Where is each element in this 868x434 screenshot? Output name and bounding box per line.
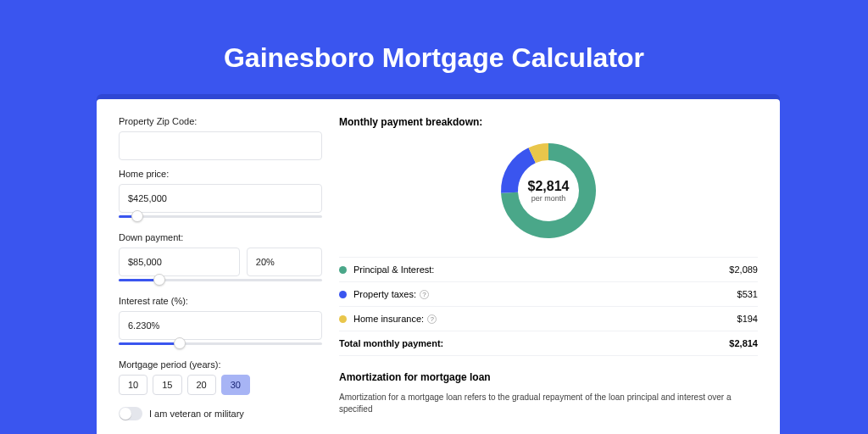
home-price-slider[interactable] — [119, 212, 322, 224]
slider-fill — [119, 342, 180, 345]
amortization-text: Amortization for a mortgage loan refers … — [339, 392, 758, 415]
page-title: Gainesboro Mortgage Calculator — [0, 0, 868, 94]
legend: Principal & Interest:$2,089Property taxe… — [339, 257, 758, 356]
info-icon[interactable]: ? — [427, 314, 437, 324]
slider-handle[interactable] — [174, 337, 186, 349]
donut-center-sub: per month — [531, 194, 566, 203]
interest-rate-block: Interest rate (%): — [119, 296, 322, 351]
period-btn-15[interactable]: 15 — [153, 375, 181, 395]
total-value: $2,814 — [729, 338, 758, 348]
total-label: Total monthly payment: — [339, 338, 443, 348]
legend-dot-insurance — [339, 315, 347, 323]
home-price-label: Home price: — [119, 169, 322, 179]
donut-chart: $2,814 per month — [498, 140, 599, 242]
home-price-block: Home price: — [119, 169, 322, 224]
legend-dot-principal — [339, 266, 347, 274]
down-payment-input[interactable] — [119, 248, 240, 276]
calculator-card: Property Zip Code: Home price: Down paym… — [97, 99, 780, 434]
donut-area: $2,814 per month — [339, 140, 758, 242]
legend-label: Principal & Interest: — [353, 264, 434, 275]
breakdown-title: Monthly payment breakdown: — [339, 116, 758, 128]
period-buttons: 10152030 — [119, 375, 322, 395]
period-block: Mortgage period (years): 10152030 — [119, 359, 322, 395]
interest-rate-input[interactable] — [119, 311, 322, 340]
donut-center-value: $2,814 — [528, 179, 570, 194]
amortization-title: Amortization for mortgage loan — [339, 371, 758, 383]
veteran-toggle[interactable] — [119, 407, 142, 420]
down-payment-block: Down payment: — [119, 232, 322, 287]
home-price-input[interactable] — [119, 184, 322, 213]
slider-track — [119, 215, 322, 218]
legend-row-total: Total monthly payment:$2,814 — [339, 331, 758, 356]
period-label: Mortgage period (years): — [119, 359, 322, 370]
legend-label: Home insurance: — [353, 314, 424, 324]
down-payment-pct-input[interactable] — [247, 248, 322, 276]
donut-center: $2,814 per month — [516, 159, 581, 223]
zip-label: Property Zip Code: — [119, 116, 322, 126]
zip-input[interactable] — [119, 131, 322, 160]
legend-value: $194 — [737, 314, 758, 324]
down-payment-label: Down payment: — [119, 232, 322, 242]
period-btn-20[interactable]: 20 — [187, 375, 216, 395]
slider-handle[interactable] — [153, 274, 165, 286]
legend-row-principal: Principal & Interest:$2,089 — [339, 257, 758, 281]
veteran-row: I am veteran or military — [119, 407, 322, 420]
slider-handle[interactable] — [131, 210, 143, 222]
zip-field-block: Property Zip Code: — [119, 116, 322, 160]
interest-rate-label: Interest rate (%): — [119, 296, 322, 306]
breakdown-column: Monthly payment breakdown: $2,814 per mo… — [339, 116, 758, 434]
legend-dot-taxes — [339, 291, 347, 298]
veteran-label: I am veteran or military — [149, 409, 244, 419]
period-btn-10[interactable]: 10 — [119, 375, 147, 395]
toggle-knob — [120, 408, 131, 420]
legend-row-insurance: Home insurance:?$194 — [339, 306, 758, 331]
period-btn-30[interactable]: 30 — [221, 375, 250, 395]
down-payment-slider[interactable] — [119, 275, 322, 287]
legend-row-taxes: Property taxes:?$531 — [339, 281, 758, 306]
legend-value: $531 — [737, 289, 758, 299]
card-shadow: Property Zip Code: Home price: Down paym… — [97, 94, 780, 434]
legend-label: Property taxes: — [353, 289, 416, 299]
form-column: Property Zip Code: Home price: Down paym… — [119, 116, 322, 434]
legend-value: $2,089 — [729, 264, 758, 275]
interest-rate-slider[interactable] — [119, 339, 322, 351]
info-icon[interactable]: ? — [420, 290, 429, 299]
